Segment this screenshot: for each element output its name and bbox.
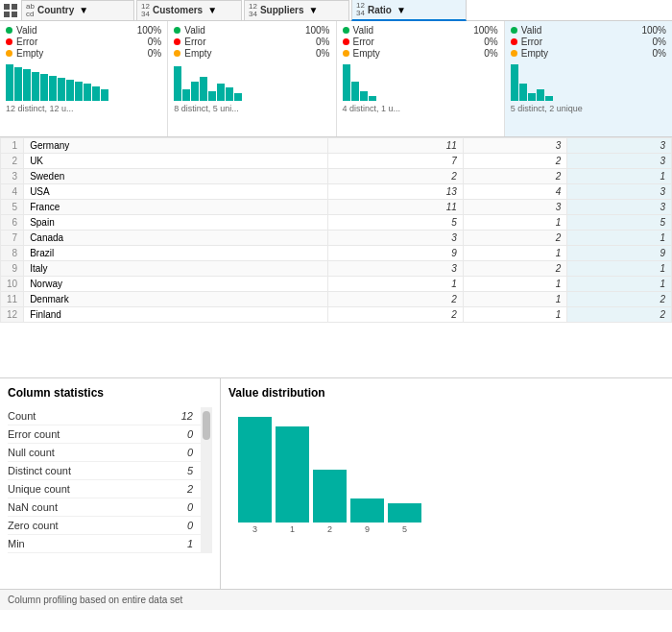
col-header-country[interactable]: abcd Country ▼ (21, 0, 134, 21)
table-row: 11 Denmark 2 1 2 (1, 292, 672, 307)
profile-card-customers: Valid 100% Error 0% Empty 0% (168, 21, 336, 136)
stat-label: Min (8, 538, 187, 549)
stat-error-ratio: Error 0% (511, 36, 666, 47)
bar (92, 86, 100, 101)
col-name-customers: Customers (153, 5, 203, 15)
dot-valid-suppliers (343, 27, 349, 34)
stat-empty-ratio: Empty 0% (511, 48, 666, 59)
svg-rect-1 (12, 4, 17, 10)
stat-error-suppliers: Error 0% (343, 36, 498, 47)
profile-footer-customers: 8 distinct, 5 uni... (174, 104, 329, 113)
cell-country: Denmark (24, 292, 328, 307)
stats-list: Count 12 Error count 0 Null count 0 Dist… (8, 407, 201, 553)
col-header-ratio[interactable]: 1234 Ratio ▼ (351, 0, 467, 21)
value-distribution-panel: Value distribution 31295 (221, 378, 672, 589)
row-number: 8 (1, 246, 24, 261)
row-number: 2 (1, 154, 24, 169)
table-row: 2 UK 7 2 3 (1, 154, 672, 169)
cell-customers: 11 (327, 138, 463, 154)
col-filter-icon-ratio: ▼ (396, 5, 406, 15)
dot-empty-country (6, 50, 12, 57)
dist-bar-label: 9 (350, 524, 384, 534)
bar (519, 84, 527, 101)
grid-icon[interactable] (2, 2, 19, 19)
cell-ratio: 1 (567, 277, 672, 292)
cell-customers: 9 (327, 246, 463, 261)
col-name-country: Country (37, 5, 74, 15)
bar-chart-customers (174, 62, 329, 101)
stat-value: 0 (187, 428, 193, 440)
stats-scrollbar[interactable] (201, 407, 212, 553)
cell-country: Sweden (24, 169, 328, 184)
bar (191, 82, 199, 101)
stat-valid-country: Valid 100% (6, 25, 161, 36)
dot-empty-customers (174, 50, 180, 57)
table-row: 8 Brazil 9 1 9 (1, 246, 672, 261)
stat-row: Min 1 (8, 535, 201, 553)
table-row: 7 Canada 3 2 1 (1, 231, 672, 246)
col-name-suppliers: Suppliers (260, 5, 304, 15)
bar (75, 82, 83, 101)
stat-row: Distinct count 5 (8, 462, 201, 480)
col-filter-icon: ▼ (79, 5, 88, 15)
stat-error-customers: Error 0% (174, 36, 329, 47)
col-type-icon-suppliers: 1234 (249, 3, 257, 18)
row-number: 3 (1, 169, 24, 184)
stat-label: Count (8, 410, 181, 422)
bar (217, 84, 225, 101)
profile-card-suppliers: Valid 100% Error 0% Empty 0% 4 distinct,… (337, 21, 505, 136)
col-header-customers[interactable]: 1234 Customers ▼ (136, 0, 242, 21)
bar (545, 96, 553, 101)
bar (351, 82, 359, 101)
cell-customers: 1 (327, 277, 463, 292)
col-header-suppliers[interactable]: 1234 Suppliers ▼ (244, 0, 349, 21)
col-type-icon-customers: 1234 (141, 3, 150, 18)
bar (174, 66, 181, 101)
column-header-row: abcd Country ▼ 1234 Customers ▼ 1234 Sup… (0, 0, 672, 21)
stat-value: 12 (181, 410, 193, 422)
row-number: 10 (1, 277, 24, 292)
cell-suppliers: 2 (463, 231, 567, 246)
bar (200, 77, 207, 101)
bar (226, 87, 233, 101)
cell-ratio: 2 (567, 292, 672, 307)
dot-error-suppliers (343, 38, 349, 45)
profile-cards-area: Valid 100% Error 0% Empty 0% (0, 21, 672, 137)
bar (182, 89, 190, 101)
bar (58, 78, 65, 101)
svg-rect-0 (4, 4, 10, 10)
cell-ratio: 5 (567, 215, 672, 231)
bar (40, 74, 48, 101)
cell-customers: 5 (327, 215, 463, 231)
table-row: 9 Italy 3 2 1 (1, 261, 672, 277)
row-number: 11 (1, 292, 24, 307)
cell-country: Canada (24, 231, 328, 246)
row-number: 6 (1, 215, 24, 231)
bar (84, 84, 91, 101)
dot-error-customers (174, 38, 180, 45)
stat-value: 0 (187, 447, 193, 458)
stat-value: 0 (187, 501, 193, 513)
main-container: abcd Country ▼ 1234 Customers ▼ 1234 Sup… (0, 0, 672, 632)
bar (537, 89, 544, 101)
row-number: 9 (1, 261, 24, 277)
stat-valid-customers: Valid 100% (174, 25, 329, 36)
profile-footer-country: 12 distinct, 12 u... (6, 104, 161, 113)
dot-valid-country (6, 27, 12, 34)
scroll-thumb[interactable] (203, 411, 210, 440)
cell-customers: 2 (327, 169, 463, 184)
row-number: 12 (1, 307, 24, 323)
stat-label: Error count (8, 428, 187, 440)
bar-chart-suppliers (343, 62, 498, 101)
cell-country: Brazil (24, 246, 328, 261)
distribution-chart (228, 407, 664, 523)
stat-empty-suppliers: Empty 0% (343, 48, 498, 59)
stat-row: Zero count 0 (8, 517, 201, 535)
cell-ratio: 3 (567, 200, 672, 215)
cell-suppliers: 4 (463, 184, 567, 200)
dist-bar-label: 1 (276, 524, 309, 534)
cell-ratio: 9 (567, 246, 672, 261)
cell-country: Finland (24, 307, 328, 323)
dist-bar-label: 2 (313, 524, 347, 534)
profile-footer-suppliers: 4 distinct, 1 u... (343, 104, 498, 113)
